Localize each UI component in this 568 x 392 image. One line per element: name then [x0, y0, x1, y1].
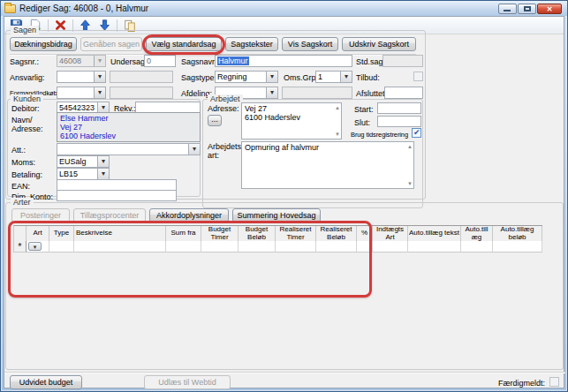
formand-dropdown-icon[interactable] [94, 87, 105, 98]
grid-column-header-art: Art [27, 226, 49, 242]
daekningsbidrag-button[interactable]: Dækningsbidrag [10, 37, 77, 51]
omsgrp-dropdown-icon[interactable] [340, 72, 352, 82]
stdsag-input [382, 55, 423, 67]
grid-cell-sum-fra[interactable] [166, 241, 201, 253]
grid-column-header-auto-tillaeg-beloeb: Auto.tillæg beløb [493, 226, 542, 242]
close-button[interactable]: ✕ [537, 4, 562, 14]
grid-cell-indtaegts-art[interactable] [373, 241, 408, 253]
ansvarlig-dropdown-icon[interactable] [94, 72, 105, 82]
betaling-dropdown-icon[interactable] [97, 169, 109, 179]
sagstekster-button[interactable]: Sagstekster [225, 37, 278, 51]
grid-column-header-indtaegts-art: Indtægts Art [373, 226, 408, 242]
bottom-separator [4, 372, 565, 373]
formand-combo[interactable] [57, 87, 106, 99]
maximize-icon [524, 6, 531, 11]
afdeling-name-input [282, 87, 352, 99]
udskriv-sagskort-button[interactable]: Udskriv Sagskort [342, 37, 416, 51]
grid-column-header-realiseret-timer: Realiseret Timer [276, 226, 316, 242]
att-dropdown-icon[interactable] [188, 144, 200, 155]
grid-cell-type[interactable] [49, 241, 74, 253]
selected-text: Halvmur [217, 57, 249, 65]
group-arter-label: Arter [11, 198, 34, 207]
window-title: Rediger Sag: 46008 - 0, Halvmur [19, 4, 148, 13]
formand-name-input [110, 87, 173, 99]
grid-cell-budget-timer[interactable] [201, 241, 239, 253]
title-bar: Rediger Sag: 46008 - 0, Halvmur [1, 1, 567, 16]
tillaegsprocenter-button: Tillægsprocenter [73, 208, 146, 222]
grid-cell-beskrivelse[interactable] [74, 241, 166, 253]
betaling-combo[interactable]: LB15 [57, 168, 110, 180]
grid-header: Art Type Beskrivelse Sum fra Budget Time… [13, 225, 542, 242]
tilbud-label: Tilbud: [356, 73, 380, 82]
maximize-button[interactable] [518, 4, 536, 14]
summering-hovedsag-button[interactable]: Summering Hovedsag [232, 208, 321, 222]
faerdigmeldt-checkbox [549, 377, 559, 387]
grid-column-header-budget-beloeb: Budget Beløb [239, 226, 276, 242]
akkordoplysninger-button[interactable]: Akkordoplysninger [149, 208, 229, 222]
app-icon [4, 4, 16, 13]
tilbud-checkbox [413, 72, 423, 81]
group-kunden-label: Kunden [11, 94, 43, 103]
udvidet-budget-button[interactable]: Udvidet budget [10, 375, 82, 389]
betaling-label: Betaling: [11, 170, 42, 179]
scroll-down-icon[interactable]: ▼ [407, 181, 413, 186]
scroll-up-icon[interactable]: ▲ [407, 144, 413, 149]
omsgrp-combo[interactable]: 1 [315, 71, 352, 83]
sagstype-combo[interactable]: Regning [215, 71, 278, 83]
sagsnr-dropdown-icon[interactable] [94, 56, 105, 66]
arbejdets-art-textarea[interactable]: Opmuring af halvmur ▲ ▼ [241, 141, 414, 189]
att-combo[interactable] [57, 143, 201, 155]
ansvarlig-combo[interactable] [57, 71, 106, 83]
grid-column-header-auto-tillaeg: Auto.tillæg [461, 226, 493, 242]
new-row-marker: * [14, 241, 27, 253]
grid-cell-realiseret-beloeb[interactable] [316, 241, 357, 253]
minimize-button[interactable] [498, 4, 517, 14]
undersag-input[interactable]: 0 [144, 55, 176, 67]
art-dropdown-icon[interactable] [28, 242, 42, 251]
ansvarlig-name-input [110, 71, 173, 83]
slut-input[interactable] [377, 116, 421, 127]
grid-cell-auto-tillaeg-beloeb[interactable] [493, 241, 542, 253]
moms-combo[interactable]: EUSalg [57, 155, 110, 168]
undersag-label: Undersag: [110, 57, 148, 66]
brug-tidsregistrering-checkbox[interactable] [412, 128, 421, 138]
address-line: 6100 Haderslev [245, 113, 338, 122]
start-input[interactable] [377, 102, 421, 114]
sagsnavn-input[interactable]: Halvmur [215, 55, 352, 67]
afdeling-dropdown-icon[interactable] [266, 87, 277, 98]
grid-corner-cell [14, 226, 27, 242]
brug-tidsregistrering-label: Brug tidsregistrering [351, 131, 408, 139]
grid-cell-auto-tillaeg[interactable] [461, 241, 493, 253]
grid-column-header-auto-tillaeg-tekst: Auto.tillæg tekst [408, 226, 461, 242]
address-line: Else Hammer [60, 114, 197, 123]
grid-cell-pct[interactable] [357, 241, 373, 253]
scroll-down-icon[interactable]: ▼ [335, 132, 340, 137]
sagstype-dropdown-icon[interactable] [266, 72, 277, 82]
client-area: Sagen Dækningsbidrag Genåben sagen Vælg … [4, 16, 564, 388]
sagsnr-label: Sagsnr.: [10, 57, 39, 66]
grid-cell-realiseret-timer[interactable] [276, 241, 316, 253]
sagsnr-combo[interactable]: 46008 [57, 55, 106, 67]
address-line: Vej 27 [245, 104, 338, 113]
grid-column-header-type: Type [49, 226, 74, 242]
grid-cell-budget-beloeb[interactable] [239, 241, 276, 253]
slut-label: Slut: [354, 118, 370, 127]
grid-cell-auto-tillaeg-tekst[interactable] [408, 241, 461, 253]
afsluttet-input[interactable] [384, 87, 423, 99]
stdsag-label: Std.sag: [356, 57, 385, 66]
dim-konto-input[interactable] [57, 190, 177, 201]
moms-dropdown-icon[interactable] [97, 156, 109, 167]
posteringer-button: Posteringer [11, 208, 70, 222]
grid-cell-art[interactable] [27, 241, 49, 253]
genaaben-sagen-button: Genåben sagen [80, 37, 142, 51]
vis-sagskort-button[interactable]: Vis Sagskort [282, 37, 338, 51]
scroll-up-icon[interactable]: ▲ [335, 105, 340, 110]
start-label: Start: [354, 105, 374, 114]
minimize-icon [504, 10, 511, 11]
omsgrp-label: Oms.Grp: [284, 73, 318, 82]
arbejdet-adresse-textarea[interactable]: Vej 27 6100 Haderslev ▲ ▼ [241, 102, 342, 139]
address-line: Vej 27 [60, 123, 197, 132]
adresse-browse-button[interactable]: ... [208, 115, 222, 126]
navn-adresse-box: Else Hammer Vej 27 6100 Haderslev [57, 112, 201, 142]
vaelg-standardsag-button[interactable]: Vælg standardsag [146, 37, 222, 51]
